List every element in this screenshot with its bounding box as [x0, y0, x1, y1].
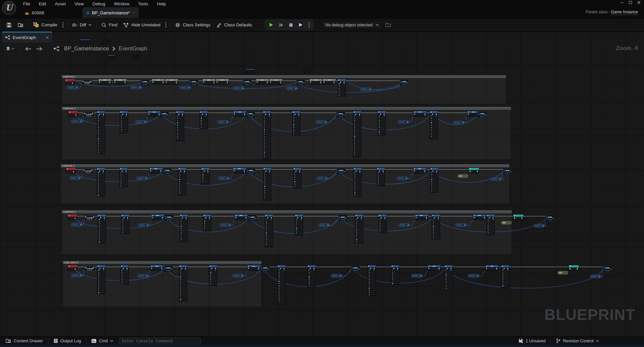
node-variable-pill[interactable] — [411, 274, 423, 277]
node-make-struct[interactable] — [432, 215, 440, 239]
node-variable-pill[interactable] — [67, 86, 78, 89]
node-clear[interactable]: CLEAR — [82, 80, 93, 85]
node-variable-pill[interactable] — [138, 224, 149, 227]
node-function[interactable] — [415, 215, 428, 220]
node-variable-pill[interactable] — [398, 224, 410, 227]
menu-tools[interactable]: Tools — [134, 0, 152, 7]
compile-options-button[interactable] — [60, 20, 65, 29]
node-function[interactable] — [414, 168, 426, 173]
node-add[interactable]: ADD — [243, 79, 252, 86]
node-function[interactable] — [233, 168, 246, 173]
breadcrumb-current[interactable]: EventGraph — [119, 46, 147, 52]
node-make-struct[interactable] — [176, 111, 184, 141]
node-variable-pill[interactable] — [318, 224, 330, 227]
node-make-struct[interactable] — [203, 215, 211, 231]
node-add[interactable]: ADD — [247, 168, 255, 175]
node-make-struct[interactable] — [98, 215, 106, 243]
node-select-pill[interactable] — [458, 175, 468, 178]
node-make-struct[interactable] — [355, 215, 363, 243]
node-function[interactable] — [486, 265, 498, 271]
node-variable-pill[interactable] — [468, 274, 479, 277]
node-function[interactable] — [428, 265, 441, 271]
node-variable-pill[interactable] — [360, 88, 371, 91]
node-add[interactable]: ADD — [351, 266, 360, 272]
revision-control-button[interactable]: Revision Control — [553, 337, 602, 344]
blueprint-graph-canvas[interactable]: LoadLevel_1CLEARADDADDADDADDADDLoadLevel… — [0, 32, 644, 336]
tab-close-icon[interactable] — [133, 11, 135, 14]
minimize-icon[interactable] — [620, 1, 624, 4]
node-add[interactable]: ADD — [478, 111, 487, 118]
node-variable-pill[interactable] — [590, 275, 601, 278]
node-event[interactable] — [66, 168, 75, 173]
node-make-struct[interactable] — [263, 111, 271, 160]
node-make-struct[interactable] — [120, 111, 128, 133]
node-variable-pill[interactable] — [397, 177, 408, 180]
node-make-struct[interactable] — [430, 111, 438, 139]
node-make-struct[interactable] — [487, 215, 495, 235]
node-add[interactable]: ADD — [189, 79, 198, 86]
node-add[interactable]: ADD — [141, 79, 149, 86]
menu-asset[interactable]: Asset — [50, 0, 70, 7]
content-drawer-button[interactable]: Content Drawer — [3, 337, 46, 344]
node-select-pill[interactable] — [501, 221, 511, 224]
node-variable-pill[interactable] — [331, 274, 342, 277]
breadcrumb-root[interactable]: BP_GameInstance — [64, 46, 109, 52]
node-variable-pill[interactable] — [220, 224, 231, 227]
node-make-struct[interactable] — [353, 168, 361, 197]
node-add[interactable]: ADD — [160, 111, 169, 118]
node-event[interactable] — [68, 111, 78, 116]
maximize-icon[interactable] — [629, 1, 632, 4]
node-make-struct[interactable] — [292, 111, 300, 135]
node-fragment[interactable] — [108, 55, 115, 59]
node-variable-pill[interactable] — [533, 224, 545, 227]
node-function[interactable] — [248, 265, 260, 271]
node-function[interactable] — [99, 79, 111, 84]
node-clear[interactable]: CLEAR — [84, 112, 94, 117]
node-variable-pill[interactable] — [286, 87, 298, 90]
node-function[interactable] — [114, 79, 127, 84]
node-variable-pill[interactable] — [135, 120, 147, 123]
hide-unrelated-options-button[interactable] — [163, 20, 168, 29]
node-make-struct[interactable] — [377, 168, 385, 186]
node-add[interactable]: ADD — [261, 266, 270, 272]
node-make-struct[interactable] — [120, 168, 128, 187]
node-add[interactable]: ADD — [603, 266, 612, 272]
node-function[interactable] — [151, 265, 163, 271]
node-make-struct[interactable] — [353, 111, 361, 157]
node-add[interactable]: ADD — [163, 168, 172, 175]
node-function[interactable] — [473, 215, 486, 220]
launch-button[interactable] — [296, 21, 305, 29]
unsaved-assets-button[interactable]: 1 Unsaved — [515, 337, 549, 344]
node-variable-pill[interactable] — [136, 177, 148, 180]
node-make-struct[interactable] — [209, 265, 217, 286]
node-variable-pill[interactable] — [71, 120, 83, 123]
node-clear[interactable]: CLEAR — [85, 216, 95, 220]
node-variable-pill[interactable] — [316, 120, 327, 123]
node-function[interactable] — [152, 79, 165, 84]
node-variable-pill[interactable] — [130, 86, 142, 89]
node-make-struct[interactable] — [378, 111, 386, 135]
node-add[interactable]: ADD — [246, 111, 255, 118]
back-button[interactable] — [22, 45, 34, 53]
node-make-struct[interactable] — [180, 215, 188, 242]
node-make-struct[interactable] — [308, 265, 316, 288]
node-make-struct[interactable] — [178, 168, 186, 195]
close-icon[interactable] — [637, 1, 641, 4]
node-add[interactable]: ADD — [337, 168, 345, 175]
comment-box[interactable]: LoadLevel_4CLEARADDADDADDADD — [62, 210, 554, 255]
debug-object-dropdown[interactable]: No debug object selected — [322, 21, 382, 29]
compile-button[interactable]: ? Compile — [30, 20, 60, 30]
node-function[interactable] — [148, 111, 161, 116]
node-variable-pill[interactable] — [71, 223, 83, 226]
node-add[interactable]: ADD — [164, 266, 173, 272]
menu-view[interactable]: View — [70, 0, 88, 7]
node-fragment[interactable] — [303, 69, 311, 73]
node-variable-pill[interactable] — [233, 87, 244, 90]
node-async-action[interactable] — [569, 265, 579, 271]
node-variable-pill[interactable] — [179, 86, 191, 89]
node-async-action[interactable] — [469, 168, 479, 173]
console-command-input[interactable] — [119, 338, 201, 344]
node-function[interactable] — [270, 79, 282, 84]
node-variable-pill[interactable] — [217, 120, 229, 123]
node-fragment[interactable] — [246, 69, 255, 74]
